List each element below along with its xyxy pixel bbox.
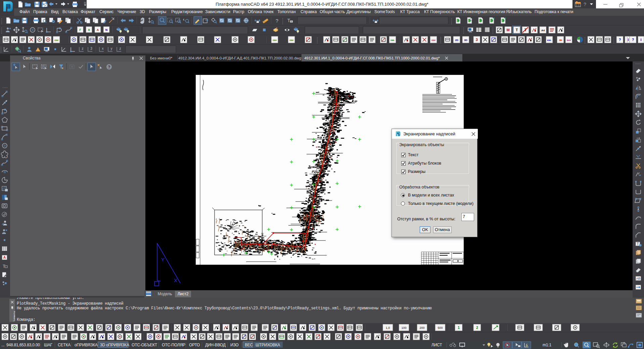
svg-text:1: 1 — [458, 326, 460, 330]
svg-text:?: ? — [584, 1, 586, 7]
svg-text:2: 2 — [476, 326, 478, 330]
svg-text:csv: csv — [54, 39, 58, 41]
svg-text:z: z — [82, 47, 84, 50]
svg-text:.lin: .lin — [559, 39, 562, 41]
svg-text:T: T — [516, 28, 518, 32]
svg-text:Г: Г — [79, 28, 81, 32]
svg-text:csv: csv — [431, 39, 435, 41]
svg-text:3D: 3D — [464, 39, 467, 42]
svg-text:Y: Y — [161, 257, 165, 262]
svg-text:Команда: Команда — [13, 311, 15, 321]
svg-text:A: A — [3, 255, 6, 259]
svg-text:100: 100 — [401, 326, 406, 330]
svg-text:csv: csv — [273, 39, 277, 41]
svg-text:?: ? — [619, 38, 621, 42]
svg-text:X: X — [88, 28, 90, 32]
svg-text:?: ? — [276, 18, 278, 24]
svg-text:T: T — [637, 242, 639, 246]
svg-text:csv: csv — [289, 39, 293, 41]
svg-text:XML: XML — [390, 39, 395, 41]
svg-text:M: M — [506, 28, 509, 32]
svg-text:SHX: SHX — [567, 39, 571, 41]
svg-text:i: i — [640, 38, 641, 42]
svg-text:N: N — [105, 28, 108, 32]
svg-text:?: ? — [108, 65, 110, 70]
svg-text:KML: KML — [547, 39, 552, 41]
svg-text:З: З — [476, 38, 478, 42]
svg-text:?: ? — [632, 38, 634, 42]
svg-text:A: A — [97, 28, 99, 32]
svg-text:AB: AB — [636, 277, 640, 280]
svg-text:2D: 2D — [455, 39, 458, 42]
svg-text:T: T — [287, 18, 290, 23]
svg-text:1,0: 1,0 — [386, 326, 390, 330]
svg-text:500: 500 — [438, 326, 443, 330]
svg-text:200: 200 — [419, 326, 424, 330]
svg-text:y: y — [111, 47, 112, 50]
svg-text:A4: A4 — [541, 29, 545, 32]
svg-text:x: x — [102, 47, 104, 50]
svg-text:i: i — [628, 38, 629, 42]
svg-text:X: X — [174, 277, 177, 283]
svg-text:3: 3 — [90, 47, 92, 50]
svg-text:z: z — [120, 47, 121, 50]
